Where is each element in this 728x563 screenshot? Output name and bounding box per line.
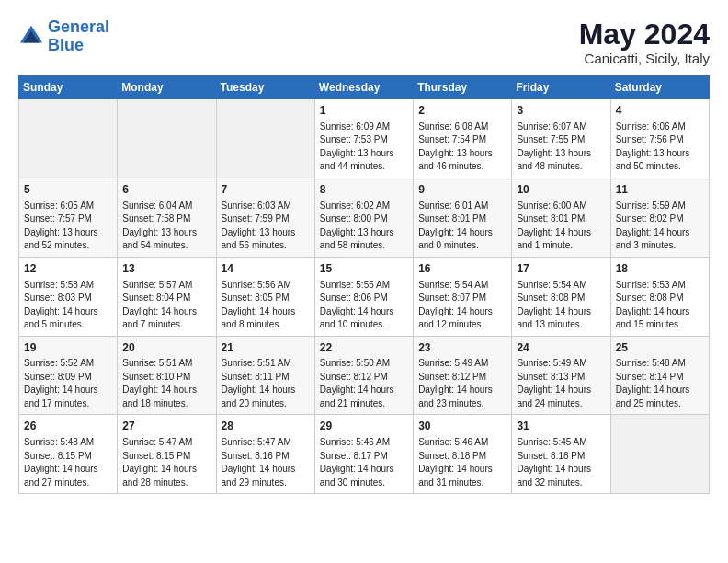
month-title: May 2024 bbox=[579, 18, 710, 51]
day-number: 29 bbox=[320, 419, 408, 434]
day-info: Sunrise: 5:58 AMSunset: 8:03 PMDaylight:… bbox=[24, 279, 112, 332]
day-info: Sunrise: 5:59 AMSunset: 8:02 PMDaylight:… bbox=[616, 200, 704, 253]
day-number: 24 bbox=[517, 340, 605, 356]
day-number: 16 bbox=[418, 261, 506, 277]
day-info: Sunrise: 5:45 AMSunset: 8:18 PMDaylight:… bbox=[517, 436, 605, 489]
day-number: 7 bbox=[222, 182, 310, 198]
calendar-cell: 26Sunrise: 5:48 AMSunset: 8:15 PMDayligh… bbox=[19, 415, 118, 494]
weekday-header-monday: Monday bbox=[118, 76, 216, 99]
day-info: Sunrise: 6:01 AMSunset: 8:01 PMDaylight:… bbox=[418, 200, 506, 253]
day-info: Sunrise: 6:09 AMSunset: 7:53 PMDaylight:… bbox=[320, 121, 408, 174]
calendar-cell: 15Sunrise: 5:55 AMSunset: 8:06 PMDayligh… bbox=[314, 257, 413, 336]
calendar-cell: 25Sunrise: 5:48 AMSunset: 8:14 PMDayligh… bbox=[610, 336, 709, 415]
day-number: 4 bbox=[616, 103, 704, 119]
week-row-1: 1Sunrise: 6:09 AMSunset: 7:53 PMDaylight… bbox=[19, 99, 710, 178]
day-info: Sunrise: 5:54 AMSunset: 8:08 PMDaylight:… bbox=[517, 279, 605, 332]
day-number: 25 bbox=[616, 340, 704, 356]
day-number: 30 bbox=[418, 419, 506, 434]
calendar-cell bbox=[216, 99, 314, 178]
week-row-5: 26Sunrise: 5:48 AMSunset: 8:15 PMDayligh… bbox=[19, 415, 710, 494]
week-row-4: 19Sunrise: 5:52 AMSunset: 8:09 PMDayligh… bbox=[19, 336, 710, 415]
week-row-3: 12Sunrise: 5:58 AMSunset: 8:03 PMDayligh… bbox=[19, 257, 710, 336]
day-info: Sunrise: 5:46 AMSunset: 8:18 PMDaylight:… bbox=[418, 436, 506, 489]
day-number: 28 bbox=[222, 419, 310, 434]
day-number: 19 bbox=[24, 340, 112, 356]
calendar-cell: 27Sunrise: 5:47 AMSunset: 8:15 PMDayligh… bbox=[118, 415, 216, 494]
calendar-cell: 23Sunrise: 5:49 AMSunset: 8:12 PMDayligh… bbox=[414, 336, 512, 415]
day-number: 11 bbox=[616, 182, 704, 198]
calendar-cell: 1Sunrise: 6:09 AMSunset: 7:53 PMDaylight… bbox=[314, 99, 413, 178]
calendar-cell: 31Sunrise: 5:45 AMSunset: 8:18 PMDayligh… bbox=[512, 415, 610, 494]
calendar-cell: 2Sunrise: 6:08 AMSunset: 7:54 PMDaylight… bbox=[414, 99, 512, 178]
day-info: Sunrise: 6:07 AMSunset: 7:55 PMDaylight:… bbox=[517, 121, 605, 174]
day-number: 17 bbox=[517, 261, 605, 277]
calendar-cell: 7Sunrise: 6:03 AMSunset: 7:59 PMDaylight… bbox=[216, 178, 314, 257]
day-info: Sunrise: 5:48 AMSunset: 8:15 PMDaylight:… bbox=[24, 436, 112, 489]
day-number: 21 bbox=[222, 340, 310, 356]
calendar-cell: 5Sunrise: 6:05 AMSunset: 7:57 PMDaylight… bbox=[19, 178, 118, 257]
weekday-header-wednesday: Wednesday bbox=[314, 76, 413, 99]
calendar-cell: 14Sunrise: 5:56 AMSunset: 8:05 PMDayligh… bbox=[216, 257, 314, 336]
day-number: 6 bbox=[122, 182, 210, 198]
calendar-cell: 4Sunrise: 6:06 AMSunset: 7:56 PMDaylight… bbox=[610, 99, 709, 178]
calendar-cell: 29Sunrise: 5:46 AMSunset: 8:17 PMDayligh… bbox=[314, 415, 413, 494]
day-number: 22 bbox=[320, 340, 408, 356]
calendar-cell: 17Sunrise: 5:54 AMSunset: 8:08 PMDayligh… bbox=[512, 257, 610, 336]
day-info: Sunrise: 5:46 AMSunset: 8:17 PMDaylight:… bbox=[320, 436, 408, 489]
day-info: Sunrise: 6:00 AMSunset: 8:01 PMDaylight:… bbox=[517, 200, 605, 253]
calendar-cell: 18Sunrise: 5:53 AMSunset: 8:08 PMDayligh… bbox=[610, 257, 709, 336]
calendar-cell: 8Sunrise: 6:02 AMSunset: 8:00 PMDaylight… bbox=[314, 178, 413, 257]
weekday-header-sunday: Sunday bbox=[19, 76, 118, 99]
day-info: Sunrise: 6:05 AMSunset: 7:57 PMDaylight:… bbox=[24, 200, 112, 253]
logo-text: General Blue bbox=[48, 18, 109, 55]
day-info: Sunrise: 5:47 AMSunset: 8:15 PMDaylight:… bbox=[122, 436, 210, 489]
logo: General Blue bbox=[18, 18, 109, 55]
day-number: 10 bbox=[517, 182, 605, 198]
calendar-cell: 22Sunrise: 5:50 AMSunset: 8:12 PMDayligh… bbox=[314, 336, 413, 415]
day-number: 18 bbox=[616, 261, 704, 277]
day-number: 31 bbox=[517, 419, 605, 434]
calendar-cell: 11Sunrise: 5:59 AMSunset: 8:02 PMDayligh… bbox=[610, 178, 709, 257]
day-info: Sunrise: 5:48 AMSunset: 8:14 PMDaylight:… bbox=[616, 357, 704, 410]
day-number: 9 bbox=[418, 182, 506, 198]
day-number: 2 bbox=[418, 103, 506, 119]
day-info: Sunrise: 5:52 AMSunset: 8:09 PMDaylight:… bbox=[24, 357, 112, 410]
calendar-table: SundayMondayTuesdayWednesdayThursdayFrid… bbox=[18, 75, 710, 494]
calendar-cell bbox=[118, 99, 216, 178]
day-info: Sunrise: 5:56 AMSunset: 8:05 PMDaylight:… bbox=[222, 279, 310, 332]
day-number: 23 bbox=[418, 340, 506, 356]
day-number: 27 bbox=[122, 419, 210, 434]
day-number: 26 bbox=[24, 419, 112, 434]
weekday-header-friday: Friday bbox=[512, 76, 610, 99]
calendar-cell: 24Sunrise: 5:49 AMSunset: 8:13 PMDayligh… bbox=[512, 336, 610, 415]
day-info: Sunrise: 6:08 AMSunset: 7:54 PMDaylight:… bbox=[418, 121, 506, 174]
location: Canicatti, Sicily, Italy bbox=[579, 51, 710, 66]
day-info: Sunrise: 5:51 AMSunset: 8:10 PMDaylight:… bbox=[122, 357, 210, 410]
day-info: Sunrise: 5:49 AMSunset: 8:13 PMDaylight:… bbox=[517, 357, 605, 410]
calendar-cell: 6Sunrise: 6:04 AMSunset: 7:58 PMDaylight… bbox=[118, 178, 216, 257]
calendar-cell bbox=[610, 415, 709, 494]
day-info: Sunrise: 5:47 AMSunset: 8:16 PMDaylight:… bbox=[222, 436, 310, 489]
calendar-cell: 3Sunrise: 6:07 AMSunset: 7:55 PMDaylight… bbox=[512, 99, 610, 178]
calendar-cell: 20Sunrise: 5:51 AMSunset: 8:10 PMDayligh… bbox=[118, 336, 216, 415]
day-number: 3 bbox=[517, 103, 605, 119]
day-info: Sunrise: 6:04 AMSunset: 7:58 PMDaylight:… bbox=[122, 200, 210, 253]
day-info: Sunrise: 5:54 AMSunset: 8:07 PMDaylight:… bbox=[418, 279, 506, 332]
day-info: Sunrise: 5:57 AMSunset: 8:04 PMDaylight:… bbox=[122, 279, 210, 332]
weekday-header-tuesday: Tuesday bbox=[216, 76, 314, 99]
day-number: 1 bbox=[320, 103, 408, 119]
calendar-cell: 28Sunrise: 5:47 AMSunset: 8:16 PMDayligh… bbox=[216, 415, 314, 494]
page-header: General Blue May 2024 Canicatti, Sicily,… bbox=[18, 18, 710, 66]
day-info: Sunrise: 5:55 AMSunset: 8:06 PMDaylight:… bbox=[320, 279, 408, 332]
day-number: 12 bbox=[24, 261, 112, 277]
day-info: Sunrise: 6:06 AMSunset: 7:56 PMDaylight:… bbox=[616, 121, 704, 174]
day-number: 15 bbox=[320, 261, 408, 277]
calendar-cell: 10Sunrise: 6:00 AMSunset: 8:01 PMDayligh… bbox=[512, 178, 610, 257]
week-row-2: 5Sunrise: 6:05 AMSunset: 7:57 PMDaylight… bbox=[19, 178, 710, 257]
calendar-cell: 12Sunrise: 5:58 AMSunset: 8:03 PMDayligh… bbox=[19, 257, 118, 336]
calendar-cell: 21Sunrise: 5:51 AMSunset: 8:11 PMDayligh… bbox=[216, 336, 314, 415]
day-info: Sunrise: 5:53 AMSunset: 8:08 PMDaylight:… bbox=[616, 279, 704, 332]
day-info: Sunrise: 5:49 AMSunset: 8:12 PMDaylight:… bbox=[418, 357, 506, 410]
day-info: Sunrise: 5:51 AMSunset: 8:11 PMDaylight:… bbox=[222, 357, 310, 410]
calendar-cell: 13Sunrise: 5:57 AMSunset: 8:04 PMDayligh… bbox=[118, 257, 216, 336]
